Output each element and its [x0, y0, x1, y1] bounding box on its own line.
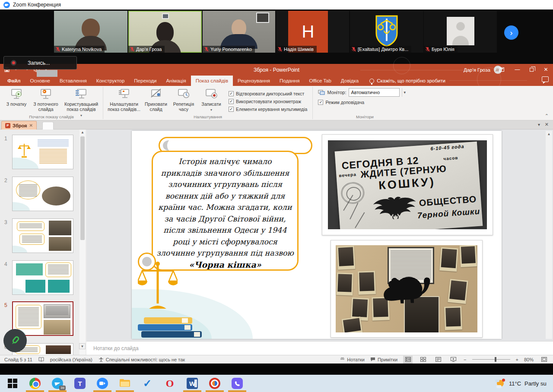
tell-me-box[interactable]: Скажіть, що потрібно зробити	[363, 76, 445, 86]
new-document-tab[interactable]	[42, 122, 54, 130]
thumbnail-scrollbar[interactable]: ▲	[79, 130, 86, 355]
tab-view[interactable]: Подання	[275, 76, 304, 86]
slideshow-view-button[interactable]	[448, 356, 458, 364]
tab-file[interactable]: Файл	[3, 76, 25, 86]
tab-home[interactable]: Основне	[25, 76, 55, 86]
zoom-slider-handle[interactable]	[495, 357, 496, 362]
restore-icon	[530, 68, 534, 72]
slide-thumbnail-4[interactable]	[12, 260, 73, 295]
ribbon: З початку З поточного слайда Користуваць…	[0, 86, 553, 120]
rehearse-timings-button[interactable]: Репетиція часу	[170, 88, 197, 112]
checkbox-media-controls[interactable]: ✓ Елементи керування мультимедіа	[229, 107, 307, 112]
zoom-slider[interactable]	[472, 359, 510, 360]
tab-strip-close-icon[interactable]: ✕	[545, 122, 549, 127]
proofing-icon[interactable]	[38, 357, 44, 362]
thumbnail-art	[38, 139, 69, 146]
running-indicator	[26, 390, 44, 392]
checkbox-play-narrations[interactable]: ✓ Відтворювати дикторський текст	[229, 91, 307, 96]
scrollbar-thumb[interactable]	[80, 136, 85, 240]
monitor-dropdown-arrow[interactable]: ▾	[402, 88, 406, 97]
taskbar-zoom[interactable]	[97, 378, 108, 389]
slide-thumbnail-3[interactable]	[12, 218, 73, 253]
collapse-ribbon-button[interactable]: ⌃	[545, 113, 549, 119]
wall-picture	[256, 13, 269, 23]
start-button[interactable]	[7, 378, 18, 389]
annotation-pen-button[interactable]	[3, 329, 27, 352]
zoom-in-button[interactable]: +	[516, 357, 518, 362]
monitor-dropdown[interactable]: Автоматично	[349, 88, 400, 97]
restore-button[interactable]	[524, 64, 539, 75]
thumbnail-art	[25, 280, 45, 293]
custom-slideshow-button[interactable]: Користувацький показ слайдів ▾	[61, 88, 101, 117]
reading-view-button[interactable]	[433, 356, 443, 364]
close-button[interactable]: ✕	[539, 64, 553, 75]
taskbar-weather[interactable]: 11°C Partly su	[495, 378, 547, 389]
taskbar-word[interactable]: W	[187, 378, 198, 389]
document-tab[interactable]: P Зброя ✕	[1, 121, 37, 130]
next-participants-button[interactable]: ›	[504, 25, 518, 40]
participant-tile[interactable]: Yuriy Ponomarenko	[203, 11, 275, 53]
slide-sorter-view-button[interactable]	[418, 356, 428, 364]
comments-toggle[interactable]: Примітки	[370, 357, 397, 362]
setup-slideshow-button[interactable]: Налаштувати показ слайдів...	[106, 88, 142, 112]
checkbox-presenter-mode[interactable]: ✓ Режим доповідача	[318, 100, 364, 105]
from-beginning-button[interactable]: З початку	[3, 88, 30, 107]
opera-icon: O	[164, 378, 175, 389]
taskbar-viber[interactable]	[232, 378, 243, 389]
participant-tile[interactable]: Буря Юлія	[424, 11, 497, 53]
participant-tile[interactable]: [Exaltatus] Дмитро Кв...	[350, 11, 423, 53]
slide-canvas[interactable]: Історія налічує чимало прикладів значног…	[132, 131, 502, 339]
language-indicator[interactable]: російська (Україна)	[50, 357, 92, 362]
canvas-scrollbar[interactable]: ▲	[546, 131, 552, 339]
notes-collapse-icon[interactable]: ▼	[79, 343, 86, 349]
photo-black-cat-note[interactable]: 6-10-45 года СЕГОДНЯ В 12 часов вечера Ж…	[322, 134, 493, 235]
record-slideshow-button[interactable]: Записати ▾	[197, 88, 225, 112]
from-current-slide-button[interactable]: З поточного слайда	[30, 88, 61, 112]
tab-insert[interactable]: Вставлення	[55, 76, 92, 86]
reading-view-icon	[435, 357, 441, 362]
participant-tile[interactable]: Kateryna Novikova	[54, 11, 127, 53]
tab-office-tab[interactable]: Office Tab	[304, 76, 336, 86]
notes-toggle[interactable]: Нотатки	[340, 357, 365, 362]
participant-tile[interactable]: H Надія Шимків	[276, 11, 349, 53]
zoom-recording-indicator[interactable]: Запись...	[3, 56, 77, 70]
document-tab-label: Зброя	[13, 123, 27, 128]
checkbox-use-timings[interactable]: ✓ Використовувати хронометраж	[229, 99, 307, 104]
tab-help[interactable]: Довідка	[336, 76, 363, 86]
tab-slideshow[interactable]: Показ слайдів	[191, 76, 233, 86]
zoom-level[interactable]: 80%	[524, 357, 534, 362]
mic-muted-icon	[56, 47, 60, 52]
tab-review[interactable]: Рецензування	[233, 76, 275, 86]
taskbar-red-app[interactable]	[209, 378, 220, 389]
photo-mugshot-collage[interactable]	[331, 240, 483, 338]
tab-design[interactable]: Конструктор	[92, 76, 130, 86]
taskbar-teams[interactable]: T	[74, 378, 86, 389]
taskbar-explorer[interactable]	[119, 378, 130, 389]
comments-icon[interactable]	[542, 76, 549, 82]
scroll-up-icon[interactable]: ▲	[79, 130, 86, 136]
accessibility-status[interactable]: Спеціальні можливості: щось не так	[99, 357, 185, 362]
checkbox-label: Відтворювати дикторський текст	[236, 91, 304, 96]
button-label: Записати	[201, 101, 221, 107]
taskbar-chrome[interactable]	[29, 378, 41, 389]
taskbar-telegram[interactable]: 39	[52, 378, 63, 389]
taskbar-todo[interactable]: ✓	[142, 378, 153, 389]
zoom-out-button[interactable]: −	[464, 357, 466, 362]
tab-transitions[interactable]: Переходи	[129, 76, 161, 86]
slide-thumbnail-1[interactable]	[12, 135, 73, 169]
hide-slide-button[interactable]: Приховати слайд	[142, 88, 170, 112]
taskbar-opera[interactable]: O	[164, 378, 175, 389]
slide-thumbnail-2[interactable]	[12, 177, 73, 211]
tab-list-dropdown-icon[interactable]: ▾	[538, 122, 540, 127]
slide-text-box[interactable]: Історія налічує чимало прикладів значног…	[152, 151, 299, 271]
scroll-up-icon[interactable]: ▲	[546, 131, 552, 137]
tab-animations[interactable]: Анімація	[161, 76, 191, 86]
tab-close-icon[interactable]: ✕	[29, 123, 32, 128]
participant-tile-active-speaker[interactable]: Дар'я Гроза	[128, 11, 202, 53]
notes-pane[interactable]: ▼ Нотатки до слайда	[86, 341, 553, 355]
mugshot	[341, 316, 362, 332]
fit-slide-button[interactable]	[539, 356, 549, 364]
ribbon-display-options-button[interactable]	[495, 64, 508, 75]
minimize-button[interactable]: —	[510, 64, 524, 75]
normal-view-button[interactable]	[403, 356, 413, 364]
